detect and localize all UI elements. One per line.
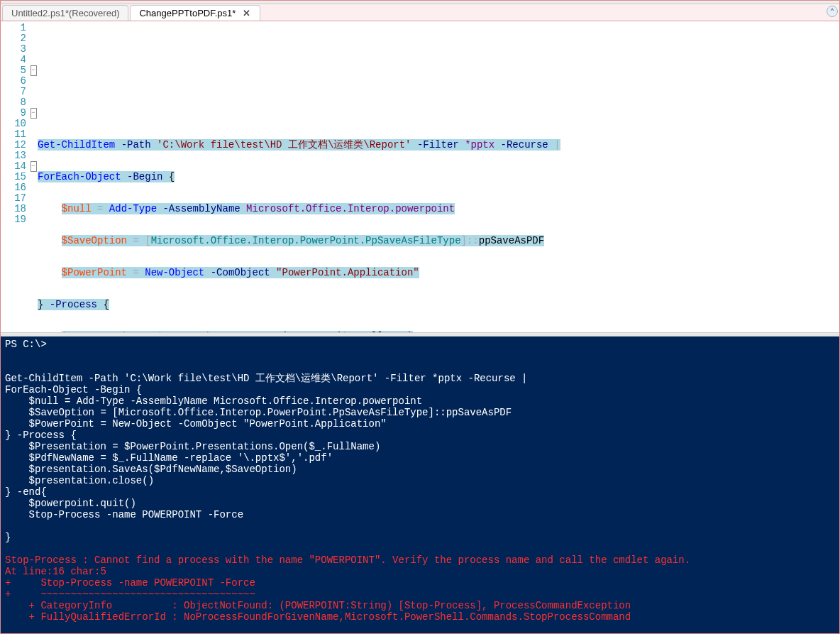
line-number-gutter: 12345678910111213141516171819 (1, 21, 29, 332)
fold-toggle-icon[interactable]: − (31, 108, 37, 119)
code-content[interactable]: Get-ChildItem -Path 'C:\Work file\test\H… (38, 21, 839, 332)
tab-label: Untitled2.ps1*(Recovered) (11, 8, 119, 18)
console-output[interactable]: PS C:\> Get-ChildItem -Path 'C:\Work fil… (1, 337, 839, 633)
fold-toggle-icon[interactable]: − (31, 65, 37, 76)
tab-bar: Untitled2.ps1*(Recovered) ChangePPTtoPDF… (1, 4, 839, 21)
chevron-up-icon[interactable]: ⌃ (827, 6, 838, 17)
tab-label: ChangePPTtoPDF.ps1* (139, 8, 236, 18)
fold-toggle-icon[interactable]: − (31, 161, 37, 172)
tab-changeppttopdf[interactable]: ChangePPTtoPDF.ps1* ✕ (130, 5, 260, 21)
tab-untitled2[interactable]: Untitled2.ps1*(Recovered) (2, 5, 128, 21)
fold-column: −−− (29, 21, 38, 332)
close-icon[interactable]: ✕ (241, 9, 251, 18)
code-editor[interactable]: 12345678910111213141516171819 −−− Get-Ch… (1, 21, 839, 332)
